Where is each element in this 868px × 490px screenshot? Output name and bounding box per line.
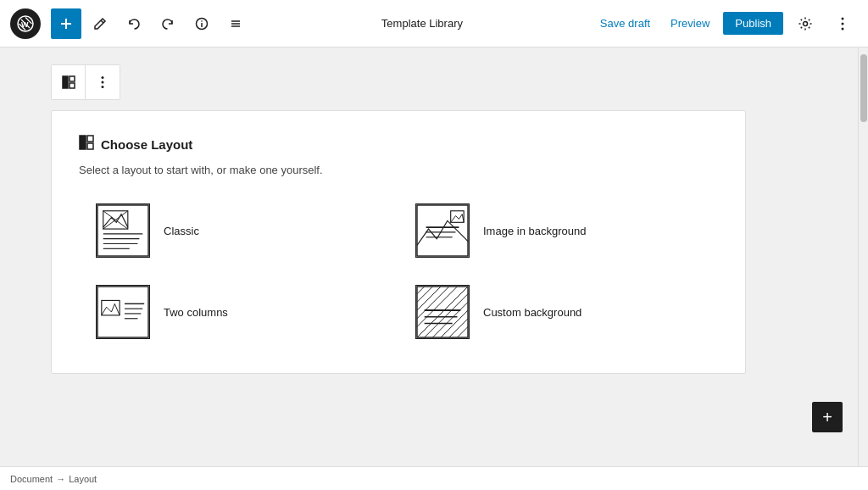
svg-rect-37: [97, 287, 148, 337]
svg-point-13: [842, 22, 844, 25]
breadcrumb-arrow: →: [56, 474, 65, 484]
layout-card-title: Choose Layout: [101, 137, 192, 152]
block-more-button[interactable]: [86, 65, 120, 99]
settings-button[interactable]: [790, 8, 821, 39]
custom-background-layout-label: Custom background: [483, 306, 581, 319]
svg-point-14: [842, 27, 844, 30]
edit-tool-button[interactable]: [85, 8, 115, 39]
block-layout-icon-button[interactable]: [52, 65, 86, 99]
svg-line-4: [101, 20, 103, 23]
layout-options-grid: Classic Im: [79, 203, 718, 339]
add-block-toolbar-button[interactable]: [51, 8, 81, 39]
layout-option-custom-background[interactable]: Custom background: [415, 285, 701, 339]
svg-line-54: [457, 326, 468, 337]
more-options-button[interactable]: [827, 8, 858, 39]
classic-layout-icon: [96, 203, 150, 258]
svg-point-12: [842, 17, 844, 19]
layout-card-header: Choose Layout: [79, 135, 718, 153]
svg-rect-23: [87, 143, 93, 149]
wordpress-logo: W: [10, 8, 41, 39]
publish-button[interactable]: Publish: [723, 12, 783, 35]
svg-line-47: [417, 287, 449, 319]
save-draft-button[interactable]: Save draft: [593, 14, 657, 33]
custom-background-layout-icon: [415, 285, 470, 339]
layout-option-image-background[interactable]: Image in background: [415, 203, 701, 258]
two-columns-layout-label: Two columns: [164, 306, 228, 319]
content-area: Choose Layout Select a layout to start w…: [0, 47, 868, 466]
svg-rect-22: [87, 136, 93, 142]
image-background-layout-label: Image in background: [483, 225, 586, 237]
layout-option-two-columns[interactable]: Two columns: [96, 285, 381, 339]
list-view-button[interactable]: [220, 8, 251, 39]
svg-text:W: W: [21, 20, 29, 29]
svg-point-18: [102, 76, 104, 79]
svg-rect-21: [80, 136, 86, 149]
layout-option-classic[interactable]: Classic: [96, 203, 381, 258]
svg-point-20: [102, 86, 104, 88]
choose-layout-card: Choose Layout Select a layout to start w…: [51, 110, 746, 374]
svg-rect-38: [102, 300, 120, 315]
image-background-layout-icon: [415, 203, 470, 258]
svg-point-7: [201, 20, 203, 22]
toolbar-right-actions: Save draft Preview Publish: [593, 8, 858, 39]
preview-button[interactable]: Preview: [664, 14, 716, 33]
two-columns-layout-icon: [96, 285, 150, 339]
svg-rect-17: [70, 83, 75, 88]
add-block-button[interactable]: +: [812, 402, 843, 432]
breadcrumb-layout[interactable]: Layout: [69, 474, 97, 484]
layout-card-icon: [79, 135, 94, 153]
toolbar: W Template Library Save draft Preview Pu…: [0, 0, 868, 47]
info-button[interactable]: [186, 8, 217, 39]
svg-line-48: [417, 287, 457, 326]
breadcrumb-document[interactable]: Document: [10, 474, 53, 484]
bottom-bar: Document → Layout: [0, 466, 868, 490]
svg-line-53: [449, 319, 468, 337]
block-toolbar: [51, 64, 120, 100]
svg-line-50: [425, 294, 468, 337]
redo-button[interactable]: [153, 8, 183, 39]
svg-line-44: [417, 287, 425, 294]
svg-rect-15: [63, 76, 68, 88]
scrollbar-track[interactable]: [858, 47, 868, 466]
document-title: Template Library: [254, 17, 590, 30]
svg-line-45: [417, 287, 432, 302]
layout-card-subtitle: Select a layout to start with, or make o…: [79, 164, 718, 176]
undo-button[interactable]: [119, 8, 149, 39]
scrollbar-thumb[interactable]: [860, 54, 867, 122]
svg-rect-16: [70, 76, 75, 81]
main-canvas: Choose Layout Select a layout to start w…: [0, 47, 858, 466]
svg-rect-32: [417, 205, 468, 256]
svg-point-11: [804, 21, 808, 25]
classic-layout-label: Classic: [164, 225, 199, 237]
svg-point-19: [102, 81, 104, 84]
svg-rect-36: [451, 211, 465, 223]
